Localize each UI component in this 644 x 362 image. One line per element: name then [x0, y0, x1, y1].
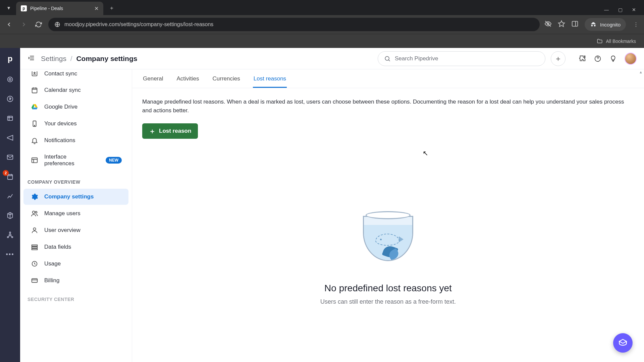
sidebar-item-billing[interactable]: Billing: [23, 273, 128, 289]
browser-tab[interactable]: p Pipeline - Deals ✕: [16, 2, 103, 15]
sidebar-item-calendar-sync[interactable]: Calendar sync: [23, 82, 128, 98]
url-text: moodjoy.pipedrive.com/settings/company-s…: [64, 21, 213, 27]
sidebar-item-manage-users[interactable]: Manage users: [23, 205, 128, 222]
nav-mail-icon[interactable]: [5, 153, 15, 162]
new-badge: NEW: [106, 157, 122, 164]
sidebar-section-company: COMPANY OVERVIEW: [20, 172, 132, 188]
window-minimize-icon[interactable]: —: [604, 7, 609, 12]
sidebar-item-notifications[interactable]: Notifications: [23, 132, 128, 148]
page-description: Manage predefined lost reasons. When a d…: [132, 88, 644, 121]
activities-badge: 2: [3, 170, 9, 176]
forward-button: [19, 19, 29, 29]
layout-icon: [30, 157, 39, 164]
add-button-label: Lost reason: [159, 128, 191, 134]
close-tab-icon[interactable]: ✕: [94, 5, 99, 12]
nav-activities-icon[interactable]: 2: [5, 172, 15, 181]
svg-point-6: [8, 77, 13, 82]
svg-point-19: [34, 72, 35, 73]
tracking-icon[interactable]: [544, 20, 552, 29]
add-lost-reason-button[interactable]: ＋ Lost reason: [142, 123, 198, 139]
site-info-icon[interactable]: [54, 21, 60, 27]
svg-rect-31: [32, 247, 38, 248]
icon-rail: p 2 •••: [0, 48, 20, 362]
device-icon: [30, 120, 39, 127]
sidebar-item-company-settings[interactable]: Company settings: [23, 189, 128, 205]
reload-button[interactable]: [34, 19, 44, 29]
svg-point-7: [9, 78, 11, 80]
billing-icon: [30, 277, 39, 284]
settings-sidebar: Contact sync Calendar sync Google Drive …: [20, 69, 132, 362]
window-close-icon[interactable]: ✕: [632, 7, 636, 12]
help-icon[interactable]: [594, 55, 602, 63]
nav-campaigns-icon[interactable]: [5, 133, 15, 142]
tab-lost-reasons[interactable]: Lost reasons: [253, 72, 287, 88]
back-button[interactable]: [4, 19, 14, 29]
sidebar-item-data-fields[interactable]: Data fields: [23, 239, 128, 255]
sidebar-item-label: Interface preferences: [44, 154, 91, 167]
bookmark-star-icon[interactable]: [558, 20, 565, 29]
gear-icon: [30, 193, 39, 200]
sidebar-item-label: Company settings: [44, 193, 94, 200]
svg-rect-4: [572, 21, 578, 26]
sidebar-item-label: Google Drive: [44, 104, 77, 110]
empty-subtitle: Users can still enter the reason as a fr…: [320, 298, 456, 305]
window-maximize-icon[interactable]: ▢: [618, 7, 623, 12]
search-placeholder: Search Pipedrive: [395, 55, 438, 62]
url-bar[interactable]: moodjoy.pipedrive.com/settings/company-s…: [48, 18, 540, 31]
favicon-icon: p: [21, 5, 27, 11]
sidebar-item-your-devices[interactable]: Your devices: [23, 116, 128, 132]
svg-point-14: [12, 237, 13, 238]
sidebar-item-label: User overview: [44, 227, 80, 234]
sidebar-item-label: Notifications: [44, 137, 75, 144]
browser-menu-icon[interactable]: ⋮: [632, 21, 640, 28]
tabs-row: General Activities Currencies Lost reaso…: [132, 69, 644, 88]
contact-icon: [30, 71, 39, 77]
plus-icon: ＋: [149, 127, 156, 136]
tab-search-dropdown[interactable]: ▾: [3, 2, 15, 14]
tips-icon[interactable]: [609, 55, 617, 63]
breadcrumb-root[interactable]: Settings: [41, 55, 66, 62]
breadcrumb-sep: /: [70, 55, 72, 62]
nav-more-icon[interactable]: •••: [6, 251, 14, 258]
user-avatar[interactable]: [625, 53, 637, 65]
svg-point-25: [34, 125, 35, 126]
sidebar-item-label: Billing: [44, 277, 59, 284]
nav-insights-icon[interactable]: [5, 191, 15, 201]
collapse-sidebar-icon[interactable]: [28, 54, 35, 63]
svg-point-27: [33, 211, 35, 214]
sidebar-item-google-drive[interactable]: Google Drive: [23, 99, 128, 115]
svg-rect-26: [32, 158, 38, 163]
help-fab-button[interactable]: [613, 333, 633, 353]
sidebar-item-contact-sync[interactable]: Contact sync: [23, 71, 128, 81]
sidebar-item-interface-prefs[interactable]: Interface preferences NEW: [23, 149, 128, 171]
scrollbar[interactable]: ▲: [638, 69, 644, 362]
side-panel-icon[interactable]: [571, 20, 579, 29]
sidebar-item-user-overview[interactable]: User overview: [23, 222, 128, 238]
sidebar-item-label: Usage: [44, 260, 61, 267]
new-tab-button[interactable]: ＋: [106, 2, 117, 14]
sidebar-section-security: SECURITY CENTER: [20, 289, 132, 305]
nav-deals-icon[interactable]: [5, 94, 15, 104]
tab-currencies[interactable]: Currencies: [212, 72, 241, 88]
search-input[interactable]: Search Pipedrive: [378, 51, 545, 66]
tab-activities[interactable]: Activities: [176, 72, 200, 88]
nav-projects-icon[interactable]: [5, 114, 15, 123]
svg-rect-11: [8, 175, 13, 180]
sidebar-item-usage[interactable]: Usage: [23, 256, 128, 272]
empty-state: No predefined lost reasons yet Users can…: [132, 209, 644, 305]
extensions-icon[interactable]: [578, 55, 586, 63]
nav-products-icon[interactable]: [5, 211, 15, 220]
calendar-icon: [30, 86, 39, 94]
incognito-label: Incognito: [600, 22, 621, 27]
svg-rect-9: [8, 116, 13, 121]
app-logo[interactable]: p: [4, 53, 16, 65]
gdrive-icon: [30, 103, 39, 111]
incognito-icon: [590, 21, 597, 28]
svg-point-15: [9, 232, 11, 233]
nav-marketplace-icon[interactable]: [5, 230, 15, 240]
nav-leads-icon[interactable]: [5, 75, 15, 84]
incognito-indicator[interactable]: Incognito: [585, 18, 626, 31]
quick-add-button[interactable]: ＋: [551, 51, 566, 66]
tab-general[interactable]: General: [142, 72, 164, 88]
all-bookmarks-link[interactable]: All Bookmarks: [606, 39, 636, 44]
